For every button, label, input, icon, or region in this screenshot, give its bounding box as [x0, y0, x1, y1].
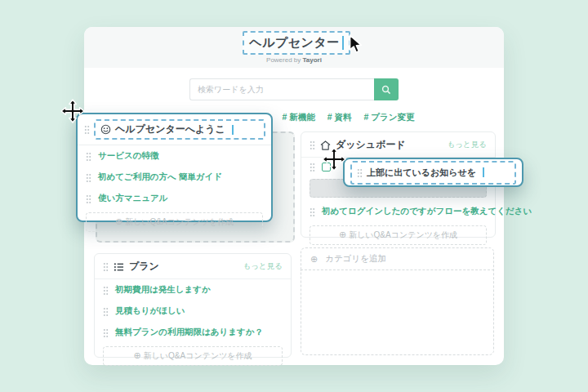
- text-caret: [342, 36, 344, 50]
- panel-title: プラン: [129, 260, 159, 274]
- brand-tayori: Tayori: [303, 56, 322, 64]
- plus-circle-icon: ⊕: [310, 254, 318, 265]
- tag-link[interactable]: # プラン変更: [364, 112, 415, 123]
- site-title-input[interactable]: ヘルプセンター: [243, 31, 350, 55]
- see-more-link[interactable]: もっと見る: [448, 140, 487, 150]
- header-band: ヘルプセンター Powered by Tayori: [84, 27, 504, 68]
- page-title: ヘルプセンター: [249, 35, 340, 51]
- drag-handle[interactable]: [103, 262, 109, 271]
- see-more-link[interactable]: もっと見る: [243, 261, 283, 272]
- qa-item[interactable]: 初めてログインしたのですがフローを教えてください: [301, 201, 495, 222]
- search-input[interactable]: [189, 78, 374, 100]
- panel-plan: プラン もっと見る 初期費用は発生しますか 見積もりがほしい 無料プランの利用期…: [94, 253, 292, 358]
- add-category-button[interactable]: ⊕ カテゴリを追加: [301, 247, 494, 270]
- tag-link[interactable]: # 資料: [327, 112, 352, 123]
- qa-item[interactable]: 無料プランの利用期限はありますか？: [95, 322, 291, 343]
- panel-title: ダッシュボード: [336, 138, 406, 152]
- text-caret: [232, 125, 234, 135]
- obscured-item-fragment: [322, 163, 331, 172]
- drag-handle[interactable]: [103, 286, 109, 295]
- drag-handle[interactable]: [310, 163, 315, 172]
- empty-category-slot: [301, 270, 494, 355]
- category-title-input[interactable]: ヘルプセンターへようこ: [94, 119, 265, 140]
- search-icon: [381, 85, 391, 95]
- plus-circle-icon: ⊕: [339, 229, 346, 240]
- panel-welcome-dragging[interactable]: ヘルプセンターへようこ サービスの特徴 初めてご利用の方へ 簡単ガイド 使い方マ…: [76, 113, 273, 222]
- category-title-text: ヘルプセンターへようこ: [115, 122, 225, 136]
- drag-handle[interactable]: [103, 328, 109, 337]
- search-button[interactable]: [374, 78, 399, 100]
- qa-item[interactable]: 見積もりがほしい: [95, 301, 291, 322]
- plus-circle-icon: ⊕: [133, 350, 140, 361]
- drag-handle[interactable]: [103, 307, 109, 316]
- qa-item[interactable]: サービスの特徴: [78, 145, 271, 167]
- search-bar: [84, 78, 504, 100]
- list-icon: [114, 262, 124, 272]
- add-category-area: ⊕ カテゴリを追加: [301, 247, 494, 357]
- smiley-icon: [100, 124, 111, 135]
- drag-handle[interactable]: [86, 152, 91, 161]
- drag-handle[interactable]: [357, 168, 363, 177]
- drag-handle[interactable]: [310, 140, 315, 149]
- home-icon: [320, 140, 331, 150]
- add-qa-button[interactable]: ⊕新しいQ&Aコンテンツを作成: [103, 346, 283, 366]
- qa-title-text: 上部に出ているお知らせを: [367, 167, 476, 179]
- qa-item[interactable]: 使い方マニュアル: [78, 188, 271, 209]
- qa-item[interactable]: 初めてご利用の方へ 簡単ガイド: [78, 167, 271, 188]
- qa-title-input[interactable]: 上部に出ているお知らせを: [350, 161, 516, 185]
- powered-by: Powered by Tayori: [84, 56, 504, 64]
- qa-item-dragging[interactable]: 上部に出ているお知らせを: [343, 158, 523, 187]
- qa-item[interactable]: 初期費用は発生しますか: [95, 279, 291, 301]
- help-center-editor: ヘルプセンター Powered by Tayori # 登録 # セキュリティ: [0, 0, 588, 392]
- add-qa-button[interactable]: ⊕新しいQ&Aコンテンツを作成: [86, 212, 263, 232]
- add-qa-button[interactable]: ⊕新しいQ&Aコンテンツを作成: [310, 225, 487, 245]
- plus-circle-icon: ⊕: [115, 216, 122, 227]
- drag-handle[interactable]: [86, 194, 91, 203]
- text-caret: [483, 167, 484, 177]
- drag-handle[interactable]: [86, 173, 91, 182]
- drag-handle[interactable]: [310, 207, 315, 216]
- drag-handle[interactable]: [84, 125, 90, 134]
- tag-link[interactable]: # 新機能: [282, 112, 314, 123]
